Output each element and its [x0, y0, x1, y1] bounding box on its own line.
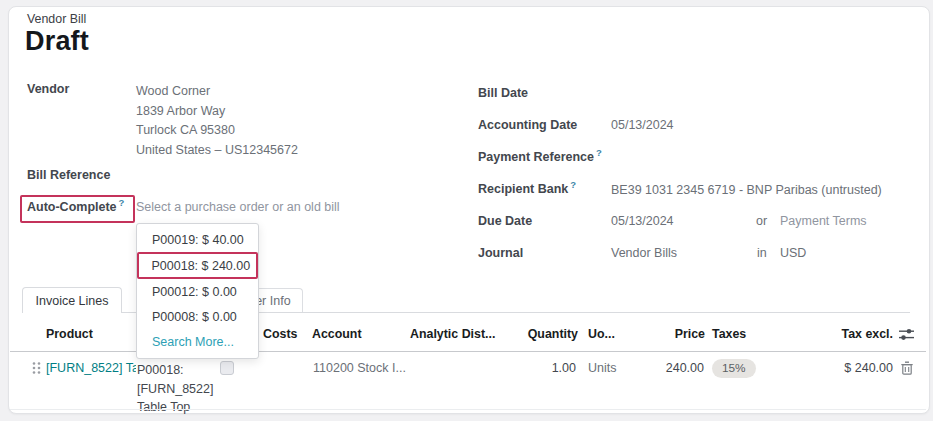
vendor-city: Turlock CA 95380 — [136, 121, 298, 141]
vendor-bill-page: Vendor Bill Draft Vendor Wood Corner 183… — [0, 0, 933, 421]
row-subtotal-cell: $ 240.00 — [790, 361, 893, 375]
table-row-divider — [10, 409, 926, 410]
document-type-label: Vendor Bill — [27, 12, 86, 26]
auto-complete-dropdown: P00019: $ 40.00 P00018: $ 240.00 P00012:… — [136, 223, 259, 359]
col-header-uom[interactable]: Uo... — [588, 327, 615, 341]
drag-handle-icon[interactable] — [32, 361, 41, 375]
col-header-costs[interactable]: Costs — [263, 327, 297, 341]
row-quantity-cell[interactable]: 1.00 — [500, 361, 576, 375]
auto-complete-label: Auto-Complete? — [27, 200, 124, 214]
row-tax-badge[interactable]: 15% — [712, 358, 756, 378]
journal-joiner: in — [757, 246, 767, 260]
help-icon[interactable]: ? — [570, 179, 576, 190]
bill-date-label: Bill Date — [478, 86, 528, 100]
payment-terms-field[interactable]: Payment Terms — [780, 214, 867, 228]
due-date-label: Due Date — [478, 214, 532, 228]
col-header-quantity[interactable]: Quantity — [500, 327, 578, 341]
col-header-analytic[interactable]: Analytic Dist... — [410, 327, 495, 341]
col-header-tax-excl[interactable]: Tax excl. — [800, 327, 893, 341]
status-title: Draft — [25, 26, 89, 57]
row-price-cell[interactable]: 240.00 — [640, 361, 704, 375]
journal-value[interactable]: Vendor Bills — [611, 246, 677, 260]
help-icon[interactable]: ? — [119, 197, 125, 208]
vendor-country: United States – US12345672 — [136, 141, 298, 161]
delete-row-icon[interactable] — [901, 361, 913, 375]
accounting-date-label: Accounting Date — [478, 118, 577, 132]
vendor-street: 1839 Arbor Way — [136, 102, 298, 122]
optional-columns-icon[interactable] — [899, 328, 914, 341]
recipient-bank-label: Recipient Bank? — [478, 182, 576, 196]
vendor-address[interactable]: Wood Corner 1839 Arbor Way Turlock CA 95… — [136, 82, 298, 160]
auto-complete-input[interactable]: Select a purchase order or an old bill — [136, 200, 340, 214]
row-uom-cell[interactable]: Units — [588, 361, 616, 375]
currency-value[interactable]: USD — [780, 246, 806, 260]
tab-invoice-lines[interactable]: Invoice Lines — [22, 287, 122, 313]
due-date-joiner: or — [756, 214, 767, 228]
journal-label: Journal — [478, 246, 523, 260]
vendor-name[interactable]: Wood Corner — [136, 82, 298, 102]
help-icon[interactable]: ? — [596, 147, 602, 158]
row-costs-checkbox[interactable] — [220, 361, 234, 375]
dropdown-option[interactable]: P00019: $ 40.00 — [137, 227, 258, 252]
dropdown-option[interactable]: P00012: $ 0.00 — [137, 279, 258, 304]
col-header-product[interactable]: Product — [46, 327, 93, 341]
payment-reference-label: Payment Reference? — [478, 150, 602, 164]
accounting-date-value[interactable]: 05/13/2024 — [611, 118, 674, 132]
row-account-cell[interactable]: 110200 Stock I... — [313, 361, 406, 375]
dropdown-option-highlighted[interactable]: P00018: $ 240.00 — [137, 252, 258, 279]
search-more-link[interactable]: Search More... — [137, 329, 258, 355]
bill-reference-label: Bill Reference — [27, 168, 110, 182]
row-product-link[interactable]: [FURN_8522] Tabl — [46, 361, 136, 375]
dropdown-option[interactable]: P00008: $ 0.00 — [137, 304, 258, 329]
col-header-taxes[interactable]: Taxes — [712, 327, 746, 341]
recipient-bank-value[interactable]: BE39 1031 2345 6719 - BNP Paribas (untru… — [611, 183, 882, 197]
col-header-price[interactable]: Price — [640, 327, 705, 341]
col-header-account[interactable]: Account — [312, 327, 362, 341]
vendor-label: Vendor — [27, 82, 69, 96]
due-date-value[interactable]: 05/13/2024 — [611, 214, 674, 228]
